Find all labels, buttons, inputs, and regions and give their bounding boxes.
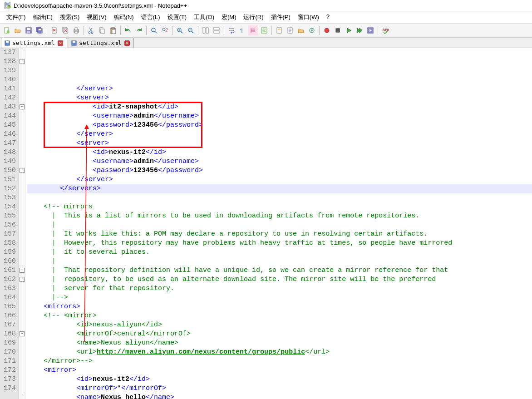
monitor-button[interactable]: [307, 25, 317, 35]
code-line[interactable]: <!-- <mirror>: [27, 311, 532, 320]
code-line[interactable]: <id>nexus-it2</id>: [27, 375, 532, 384]
menu-item[interactable]: 语言(L): [138, 12, 163, 22]
save-macro-button[interactable]: [365, 25, 375, 35]
code-line[interactable]: </servers>: [27, 184, 532, 193]
code-line[interactable]: <username>admin</username>: [27, 157, 532, 166]
print-button[interactable]: [71, 25, 81, 35]
zoom-in-button[interactable]: [175, 25, 185, 35]
close-all-button[interactable]: [60, 25, 70, 35]
func-list-button[interactable]: [285, 25, 295, 35]
indent-guide-button[interactable]: [248, 25, 258, 35]
code-line[interactable]: <mirror>: [27, 366, 532, 375]
code-line[interactable]: </server>: [27, 84, 532, 94]
code-line[interactable]: | repository, to be used as an alternate…: [27, 275, 532, 284]
menu-item[interactable]: 编码(N): [111, 12, 137, 22]
find-button[interactable]: [149, 25, 159, 35]
redo-button[interactable]: [134, 25, 144, 35]
code-line[interactable]: | That repository definition will have a…: [27, 266, 532, 275]
file-icon: [71, 40, 77, 46]
menu-item[interactable]: 编辑(E): [30, 12, 55, 22]
code-line[interactable]: | However, this repository may have prob…: [27, 239, 532, 248]
code-line[interactable]: <server>: [27, 139, 532, 148]
folder-workspace-button[interactable]: [296, 25, 306, 35]
tab-bar: settings.xml✕settings.xml✕: [0, 38, 532, 48]
file-tab[interactable]: settings.xml✕: [1, 38, 67, 48]
wordwrap-button[interactable]: [227, 25, 236, 35]
menu-item[interactable]: 视图(V): [84, 12, 109, 22]
zoom-out-button[interactable]: [186, 25, 196, 35]
code-content[interactable]: </server> <server> <id>it2-snapshot</id>…: [25, 48, 532, 399]
notepadpp-icon: [4, 2, 11, 9]
code-line[interactable]: <password>123456</password>: [27, 166, 532, 175]
file-tab[interactable]: settings.xml✕: [68, 38, 134, 48]
menu-item[interactable]: 宏(M): [219, 12, 239, 22]
spellcheck-button[interactable]: ABC: [380, 25, 390, 35]
save-button[interactable]: [24, 25, 34, 35]
code-line[interactable]: | server for that repository.: [27, 284, 532, 293]
sync-v-button[interactable]: [201, 25, 211, 35]
play-macro-button[interactable]: [344, 25, 354, 35]
code-line[interactable]: <username>admin</username>: [27, 112, 532, 121]
play-multi-button[interactable]: [355, 25, 365, 35]
tab-close-button[interactable]: ✕: [58, 40, 63, 46]
code-line[interactable]: |: [27, 221, 532, 230]
sync-h-button[interactable]: [212, 25, 222, 35]
svg-rect-30: [214, 28, 219, 30]
code-line[interactable]: <server>: [27, 94, 532, 103]
svg-point-38: [311, 30, 313, 31]
code-line[interactable]: </mirror>-->: [27, 357, 532, 366]
editor-area[interactable]: 1371381391401411421431441451461471481491…: [0, 48, 532, 399]
new-file-button[interactable]: [2, 25, 12, 35]
code-line[interactable]: </server>: [27, 130, 532, 139]
record-macro-button[interactable]: [322, 25, 332, 35]
stop-macro-button[interactable]: [333, 25, 343, 35]
toolbar-separator: [172, 26, 172, 35]
undo-button[interactable]: [123, 25, 133, 35]
code-line[interactable]: | It works like this: a POM may declare …: [27, 230, 532, 239]
menu-item[interactable]: 运行(R): [241, 12, 266, 22]
code-line[interactable]: </server>: [27, 175, 532, 184]
user-lang-button[interactable]: [259, 25, 269, 35]
line-number-gutter: 1371381391401411421431441451461471481491…: [0, 48, 19, 399]
svg-text:ABC: ABC: [382, 28, 389, 32]
code-line[interactable]: <!-- mirrors: [27, 202, 532, 212]
close-button[interactable]: [49, 25, 59, 35]
code-line[interactable]: <id>nexus-aliyun</id>: [27, 320, 532, 330]
save-all-button[interactable]: [34, 25, 44, 35]
menu-item[interactable]: 设置(T): [165, 12, 190, 22]
code-line[interactable]: <url>http://maven.aliyun.com/nexus/conte…: [27, 348, 532, 357]
code-line[interactable]: <name>Nexus hello</name>: [27, 393, 532, 399]
code-line[interactable]: <mirrors>: [27, 302, 532, 311]
code-line[interactable]: |: [27, 257, 532, 266]
tab-close-button[interactable]: ✕: [124, 40, 130, 46]
menu-item[interactable]: 窗口(W): [295, 12, 322, 22]
code-line[interactable]: <name>Nexus aliyun</name>: [27, 339, 532, 348]
menu-item[interactable]: 搜索(S): [57, 12, 82, 22]
toolbar-separator: [84, 26, 84, 35]
replace-button[interactable]: [160, 25, 170, 35]
menu-item[interactable]: ?: [324, 12, 332, 22]
svg-rect-20: [101, 29, 104, 34]
svg-point-4: [7, 30, 10, 33]
menu-item[interactable]: 插件(P): [268, 12, 293, 22]
cut-button[interactable]: [86, 25, 96, 35]
menu-item[interactable]: 工具(O): [191, 12, 217, 22]
code-line[interactable]: <password>123456</password>: [27, 121, 532, 130]
svg-rect-22: [112, 27, 114, 29]
code-line[interactable]: <id>nexus-it2</id>: [27, 148, 532, 157]
code-line[interactable]: | This is a list of mirrors to be used i…: [27, 212, 532, 221]
open-file-button[interactable]: [13, 25, 23, 35]
code-line[interactable]: | it to several places.: [27, 248, 532, 257]
menu-item[interactable]: 文件(F): [4, 12, 29, 22]
code-line[interactable]: <id>it2-snapshot</id>: [27, 103, 532, 112]
code-line[interactable]: <mirrorOf>central</mirrorOf>: [27, 330, 532, 339]
doc-map-button[interactable]: [274, 25, 284, 35]
show-all-chars-button[interactable]: ¶: [237, 25, 247, 35]
copy-button[interactable]: [97, 25, 107, 35]
paste-button[interactable]: [108, 25, 118, 35]
svg-rect-46: [73, 41, 75, 43]
fold-gutter[interactable]: −−−−−−: [19, 48, 25, 399]
code-line[interactable]: |-->: [27, 293, 532, 302]
code-line[interactable]: [27, 193, 532, 202]
code-line[interactable]: <mirrorOf>*</mirrorOf>: [27, 384, 532, 393]
